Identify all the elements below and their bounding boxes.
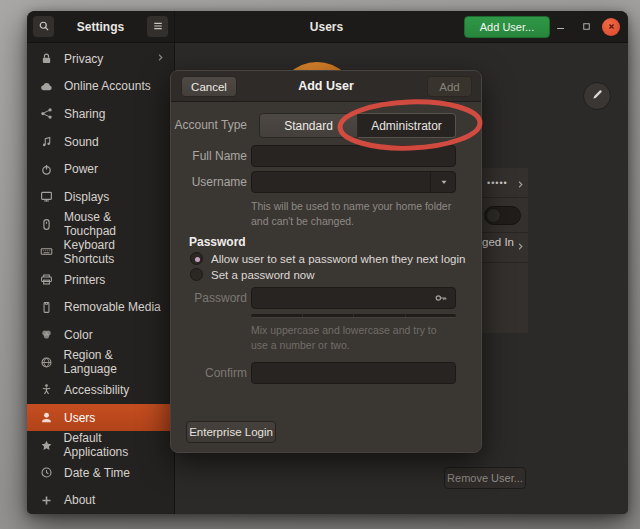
add-user-dialog: Add User Cancel Add Account Type Standar…	[170, 70, 482, 453]
hamburger-icon	[152, 18, 164, 36]
page-title: Users	[310, 20, 343, 34]
sidebar-item-online-accounts[interactable]: Online Accounts	[27, 73, 174, 101]
sidebar-item-sharing[interactable]: Sharing	[27, 100, 174, 128]
sidebar-item-sound[interactable]: Sound	[27, 128, 174, 156]
username-input[interactable]	[251, 171, 456, 193]
minimize-icon	[555, 18, 566, 36]
user-settings-card: ••••• ged In	[481, 168, 528, 333]
titlebar-left: Settings	[27, 11, 175, 42]
edit-avatar-button[interactable]	[583, 82, 611, 110]
removable-media-icon	[40, 301, 55, 314]
full-name-input[interactable]	[251, 145, 456, 167]
radio-unselected[interactable]	[190, 268, 203, 281]
password-section-heading: Password	[189, 235, 246, 249]
administrator-button[interactable]: Administrator	[358, 113, 456, 138]
close-button[interactable]	[602, 18, 620, 36]
password-dots: •••••	[487, 178, 508, 188]
sidebar-item-date-time[interactable]: Date & Time	[27, 459, 174, 487]
logged-in-row-fragment: ged In	[482, 236, 514, 248]
sidebar-item-printers[interactable]: Printers	[27, 266, 174, 294]
about-icon	[40, 494, 55, 507]
search-button[interactable]	[33, 16, 54, 37]
minimize-button[interactable]	[551, 18, 569, 36]
color-icon	[40, 328, 55, 341]
app-title: Settings	[77, 20, 124, 34]
lock-icon	[40, 52, 55, 65]
pencil-icon	[591, 87, 604, 105]
display-icon	[40, 190, 55, 203]
automatic-login-toggle[interactable]	[484, 206, 521, 225]
globe-icon	[40, 356, 55, 369]
sidebar-item-color[interactable]: Color	[27, 321, 174, 349]
enterprise-login-button[interactable]: Enterprise Login	[186, 421, 276, 443]
search-icon	[38, 18, 50, 36]
titlebar: Settings Users Add User...	[27, 11, 628, 43]
sidebar: Privacy Online Accounts Sharing Sound Po…	[27, 43, 175, 514]
sidebar-item-users[interactable]: Users	[27, 404, 174, 432]
dialog-title: Add User	[298, 79, 354, 93]
password-mode-next-login[interactable]: Allow user to set a password when they n…	[190, 252, 465, 265]
maximize-icon	[581, 18, 592, 36]
sidebar-item-mouse-touchpad[interactable]: Mouse & Touchpad	[27, 211, 174, 239]
share-icon	[40, 107, 55, 120]
sidebar-item-keyboard-shortcuts[interactable]: Keyboard Shortcuts	[27, 238, 174, 266]
cancel-button[interactable]: Cancel	[181, 76, 237, 97]
username-hint: This will be used to name your home fold…	[251, 199, 453, 228]
full-name-label: Full Name	[171, 145, 247, 167]
chevron-right-icon	[155, 52, 166, 66]
titlebar-right: Users Add User...	[175, 11, 628, 42]
maximize-button[interactable]	[577, 18, 595, 36]
users-icon	[40, 411, 55, 424]
star-icon	[40, 439, 55, 452]
settings-window: Settings Users Add User...	[27, 11, 628, 514]
password-mode-set-now[interactable]: Set a password now	[190, 268, 315, 281]
account-type-segmented-control: Standard Administrator	[259, 113, 456, 138]
power-icon	[40, 163, 55, 176]
confirm-input[interactable]	[251, 362, 456, 384]
menu-button[interactable]	[147, 16, 168, 37]
toggle-knob	[486, 208, 501, 223]
password-label: Password	[171, 287, 247, 309]
add-user-button[interactable]: Add User...	[464, 16, 550, 38]
row-separator	[481, 232, 528, 233]
window-body: Privacy Online Accounts Sharing Sound Po…	[27, 43, 628, 514]
confirm-label: Confirm	[171, 362, 247, 384]
radio-label: Allow user to set a password when they n…	[211, 253, 465, 265]
sidebar-item-displays[interactable]: Displays	[27, 183, 174, 211]
account-type-label: Account Type	[171, 114, 247, 136]
desktop-background: Settings Users Add User...	[0, 0, 640, 529]
sidebar-item-about[interactable]: About	[27, 487, 174, 515]
dropdown-arrow-icon	[439, 173, 449, 191]
sidebar-item-power[interactable]: Power	[27, 155, 174, 183]
row-separator	[481, 262, 528, 263]
accessibility-icon	[40, 383, 55, 396]
cloud-icon	[40, 80, 55, 93]
printer-icon	[40, 273, 55, 286]
username-dropdown-button[interactable]	[430, 171, 456, 193]
standard-button[interactable]: Standard	[259, 113, 358, 138]
remove-user-button[interactable]: Remove User...	[444, 467, 526, 489]
sidebar-item-privacy[interactable]: Privacy	[27, 45, 174, 73]
mouse-icon	[40, 218, 55, 231]
password-hint: Mix uppercase and lowercase and try to u…	[251, 323, 453, 352]
radio-selected[interactable]	[190, 252, 203, 265]
password-input[interactable]	[251, 287, 456, 309]
radio-label: Set a password now	[211, 269, 315, 281]
add-button[interactable]: Add	[427, 76, 472, 97]
sidebar-item-accessibility[interactable]: Accessibility	[27, 376, 174, 404]
chevron-right-icon	[515, 238, 526, 256]
clock-icon	[40, 466, 55, 479]
keyboard-icon	[40, 245, 55, 258]
username-label: Username	[171, 171, 247, 193]
chevron-right-icon	[515, 176, 526, 194]
row-separator	[481, 197, 528, 198]
users-panel: ••••• ged In Remove User... Add User	[175, 43, 628, 514]
password-strength-meter	[251, 314, 456, 318]
sound-icon	[40, 135, 55, 148]
generate-password-icon[interactable]	[434, 291, 448, 309]
sidebar-item-default-applications[interactable]: Default Applications	[27, 431, 174, 459]
sidebar-item-removable-media[interactable]: Removable Media	[27, 293, 174, 321]
sidebar-item-region-language[interactable]: Region & Language	[27, 349, 174, 377]
close-icon	[606, 18, 617, 36]
